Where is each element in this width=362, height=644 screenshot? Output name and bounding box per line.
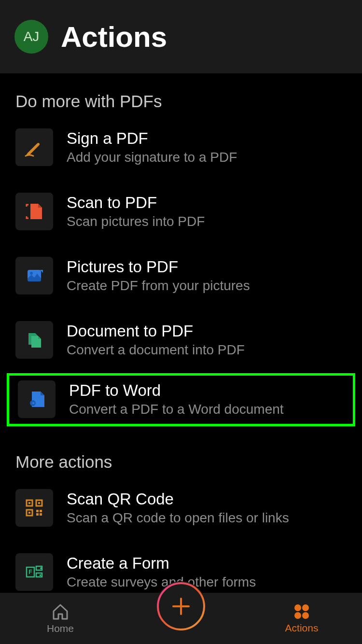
fab-add[interactable] bbox=[156, 581, 206, 631]
action-title: Scan QR Code bbox=[67, 490, 347, 508]
svg-point-20 bbox=[294, 604, 301, 611]
action-desc: Convert a document into PDF bbox=[67, 342, 347, 358]
qr-icon bbox=[15, 489, 53, 527]
action-desc: Create surveys and other forms bbox=[67, 574, 347, 590]
action-title: Sign a PDF bbox=[67, 129, 347, 148]
action-pdf-to-word[interactable]: PDF to Word Convert a PDF to a Word docu… bbox=[9, 378, 353, 421]
action-desc: Create PDF from your pictures bbox=[67, 278, 347, 294]
tab-actions[interactable]: Actions bbox=[241, 593, 362, 644]
highlight-annotation: PDF to Word Convert a PDF to a Word docu… bbox=[7, 373, 355, 426]
svg-point-16 bbox=[40, 567, 42, 569]
content-scroll[interactable]: Do more with PDFs Sign a PDF Add your si… bbox=[0, 73, 362, 596]
svg-rect-8 bbox=[28, 512, 30, 514]
header: AJ Actions bbox=[0, 0, 362, 73]
svg-rect-6 bbox=[28, 502, 30, 504]
tab-label: Home bbox=[47, 623, 74, 634]
action-desc: Add your signature to a PDF bbox=[67, 150, 347, 165]
action-title: Pictures to PDF bbox=[67, 258, 347, 276]
svg-point-1 bbox=[30, 272, 33, 275]
svg-point-22 bbox=[294, 612, 301, 619]
plus-icon bbox=[173, 599, 189, 614]
section-label-more: More actions bbox=[0, 446, 362, 484]
pictures-icon bbox=[15, 257, 53, 294]
action-desc: Convert a PDF to a Word document bbox=[69, 402, 344, 417]
svg-rect-17 bbox=[36, 573, 42, 577]
action-scan-to-pdf[interactable]: Scan to PDF Scan pictures into PDF bbox=[0, 188, 362, 235]
action-title: Create a Form bbox=[67, 554, 347, 573]
section-label-pdf: Do more with PDFs bbox=[0, 85, 362, 124]
avatar[interactable]: AJ bbox=[14, 20, 48, 54]
svg-rect-11 bbox=[36, 513, 39, 516]
document-icon bbox=[15, 321, 53, 359]
tab-label: Actions bbox=[285, 622, 319, 634]
action-desc: Scan pictures into PDF bbox=[67, 214, 347, 229]
sign-icon bbox=[15, 128, 53, 166]
tabbar: Home Actions bbox=[0, 593, 362, 644]
svg-rect-10 bbox=[40, 510, 42, 512]
action-scan-qr[interactable]: Scan QR Code Scan a QR code to open file… bbox=[0, 484, 362, 532]
home-icon bbox=[51, 602, 70, 621]
svg-text:F: F bbox=[28, 569, 32, 575]
svg-point-21 bbox=[302, 604, 309, 611]
action-sign-pdf[interactable]: Sign a PDF Add your signature to a PDF bbox=[0, 124, 362, 171]
action-title: Document to PDF bbox=[67, 322, 347, 340]
action-title: Scan to PDF bbox=[67, 194, 347, 212]
pdf-to-word-icon bbox=[18, 380, 56, 418]
svg-rect-9 bbox=[36, 510, 39, 512]
svg-point-23 bbox=[302, 612, 309, 619]
form-icon: F bbox=[15, 553, 53, 591]
action-document-to-pdf[interactable]: Document to PDF Convert a document into … bbox=[0, 316, 362, 364]
scan-pdf-icon bbox=[15, 193, 53, 230]
action-pictures-to-pdf[interactable]: Pictures to PDF Create PDF from your pic… bbox=[0, 252, 362, 299]
action-desc: Scan a QR code to open files or links bbox=[67, 510, 347, 526]
svg-rect-18 bbox=[40, 574, 41, 576]
actions-icon bbox=[293, 603, 310, 620]
tab-home[interactable]: Home bbox=[0, 593, 121, 644]
page-title: Actions bbox=[61, 20, 167, 54]
svg-rect-7 bbox=[38, 502, 40, 504]
action-title: PDF to Word bbox=[69, 381, 344, 400]
svg-rect-12 bbox=[40, 513, 42, 516]
